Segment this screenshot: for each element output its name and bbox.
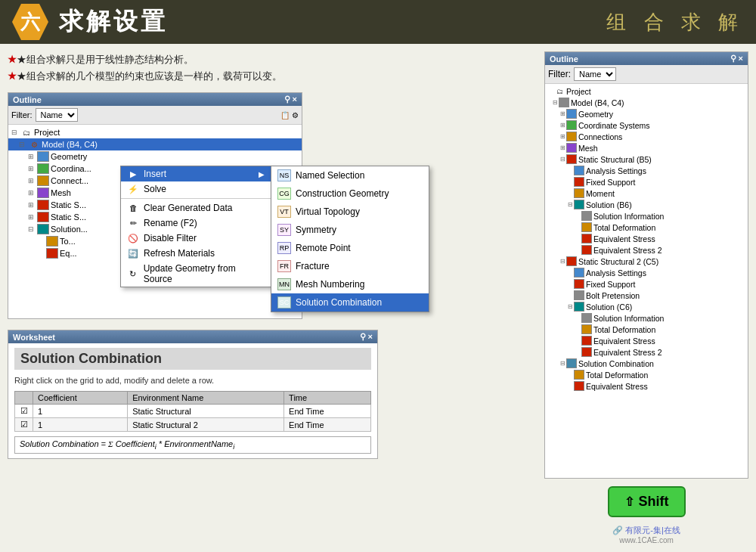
rt-solinfo-b6[interactable]: Solution Information	[545, 210, 748, 222]
submenu: NS Named Selection CG Construction Geome…	[271, 166, 429, 312]
rt-equivstress-b6-icon	[581, 234, 592, 243]
rt-totaldef-c6[interactable]: Total Deformation	[545, 324, 748, 335]
cm-insert[interactable]: ▶ Insert ▶	[121, 166, 271, 181]
symmetry-icon: SY	[277, 224, 291, 236]
right-outline-filter-select[interactable]: Name	[574, 67, 616, 81]
rt-connections[interactable]: ⊞ Connections	[545, 131, 748, 142]
sm-mesh-numbering[interactable]: MN Mesh Numbering	[271, 275, 429, 293]
rt-model[interactable]: ⊟ Model (B4, C4)	[545, 97, 748, 108]
tree-model[interactable]: ⊟ ⚙ Model (B4, C4)	[8, 138, 302, 150]
rt-equivstress-c6[interactable]: Equivalent Stress	[545, 335, 748, 346]
rt-static-b5-icon	[566, 154, 577, 164]
tree-project[interactable]: ⊟ 🗂 Project	[8, 126, 302, 138]
sm-solution-combination[interactable]: SC Solution Combination	[271, 293, 429, 312]
rt-coord-icon	[566, 120, 577, 130]
watermark: 🔗 有限元-集|在线 www.1CAE.com	[544, 525, 748, 544]
rt-equivstress2-c6[interactable]: Equivalent Stress 2	[545, 346, 748, 358]
rt-totaldef-c6-icon	[581, 324, 592, 334]
header-number: 六	[12, 4, 48, 40]
rt-geometry[interactable]: ⊞ Geometry	[545, 108, 748, 119]
named-selection-icon: NS	[277, 169, 291, 181]
solution-icon	[37, 224, 49, 234]
mesh-icon	[37, 188, 49, 198]
rt-solinfo-b6-icon	[581, 211, 592, 221]
sm-construction-geometry[interactable]: CG Construction Geometry	[271, 185, 429, 203]
right-outline-titlebar: Outline ⚲ ×	[545, 52, 748, 65]
row2-check[interactable]: ☑	[15, 418, 33, 432]
rt-sol-c6-icon	[574, 302, 584, 312]
rt-equivstress-combo-icon	[574, 381, 584, 391]
project-icon: 🗂	[20, 127, 33, 138]
row1-check[interactable]: ☑	[15, 405, 33, 418]
rt-moment-b5[interactable]: Moment	[545, 188, 748, 199]
row2-coeff: 1	[33, 418, 128, 432]
rt-equivstress2-b6-icon	[581, 245, 592, 255]
cm-update[interactable]: ↻ Update Geometry from Source	[121, 261, 271, 287]
rt-solinfo-c6-icon	[581, 313, 592, 323]
rt-totaldef-b6[interactable]: Total Deformation	[545, 222, 748, 233]
rt-coord[interactable]: ⊞ Coordinate Systems	[545, 119, 748, 131]
rt-sol-combo[interactable]: ⊟ Solution Combination	[545, 358, 748, 369]
rt-totaldef-combo-icon	[574, 370, 584, 380]
context-menu: ▶ Insert ▶ ⚡ Solve 🗑 Clear Generated Dat…	[120, 166, 271, 287]
col-checkbox	[15, 392, 33, 405]
col-environment: Environment Name	[128, 392, 284, 405]
submenu-arrow-icon: ▶	[259, 170, 265, 178]
rt-static-b5[interactable]: ⊟ Static Structural (B5)	[545, 154, 748, 165]
sm-virtual-topology[interactable]: VT Virtual Topology	[271, 203, 429, 221]
solve-icon: ⚡	[127, 185, 139, 194]
shift-button[interactable]: ⇧ Shift	[608, 486, 686, 517]
worksheet-titlebar: Worksheet ⚲ ×	[8, 330, 377, 343]
rt-static-c5[interactable]: ⊟ Static Structural 2 (C5)	[545, 256, 748, 267]
cm-rename[interactable]: ✏ Rename (F2)	[121, 216, 271, 231]
static2-icon	[37, 212, 49, 222]
left-outline-filter-select[interactable]: Name	[36, 108, 78, 122]
cm-disable[interactable]: 🚫 Disable Filter	[121, 231, 271, 246]
rt-totaldef-combo[interactable]: Total Deformation	[545, 369, 748, 380]
intro-text: ★★组合求解只是用于线性静态结构分析。 ★★组合求解的几个模型的约束也应该是一样…	[8, 51, 537, 85]
rt-solinfo-c6[interactable]: Solution Information	[545, 312, 748, 324]
row1-coeff: 1	[33, 405, 128, 418]
connect-icon	[37, 175, 49, 186]
row2-time: End Time	[284, 418, 371, 432]
rt-solution-c6[interactable]: ⊟ Solution (C6)	[545, 301, 748, 312]
rt-bolt-c5[interactable]: Bolt Pretension	[545, 290, 748, 301]
right-outline-filter: Filter: Name	[545, 65, 748, 84]
rt-mesh[interactable]: ⊞ Mesh	[545, 142, 748, 154]
sm-named-selection[interactable]: NS Named Selection	[271, 166, 429, 185]
sm-remote-point[interactable]: RP Remote Point	[271, 239, 429, 257]
remote-point-icon: RP	[277, 242, 291, 254]
rt-equivstress-combo[interactable]: Equivalent Stress	[545, 380, 748, 392]
rt-sol-b6-icon	[574, 200, 584, 209]
sm-fracture[interactable]: FR Fracture	[271, 257, 429, 275]
rt-fixed-b5[interactable]: Fixed Support	[545, 176, 748, 188]
rt-bolt-icon	[574, 290, 584, 300]
rt-project[interactable]: 🗂 Project	[545, 85, 748, 97]
cm-clear[interactable]: 🗑 Clear Generated Data	[121, 200, 271, 216]
solution-combination-icon: SC	[277, 296, 291, 309]
left-outline-filter: Filter: Name 📋 ⚙	[8, 106, 302, 125]
rt-model-icon	[559, 98, 569, 107]
total-icon	[46, 236, 58, 247]
rt-analysis-b5[interactable]: Analysis Settings	[545, 165, 748, 176]
rt-equivstress-b6[interactable]: Equivalent Stress	[545, 233, 748, 244]
left-outline-titlebar: Outline ⚲ ×	[8, 93, 302, 106]
sm-symmetry[interactable]: SY Symmetry	[271, 221, 429, 239]
rt-conn-icon	[566, 132, 577, 141]
cm-solve[interactable]: ⚡ Solve	[121, 181, 271, 197]
cm-refresh[interactable]: 🔄 Refresh Materials	[121, 246, 271, 261]
table-row: ☑ 1 Static Structural 2 End Time	[15, 418, 371, 432]
left-panel: ★★组合求解只是用于线性静态结构分析。 ★★组合求解的几个模型的约束也应该是一样…	[8, 51, 537, 544]
rt-solution-b6[interactable]: ⊟ Solution (B6)	[545, 199, 748, 210]
geometry-icon	[37, 151, 49, 162]
worksheet-table: Coefficient Environment Name Time ☑ 1 St…	[14, 391, 371, 432]
rt-equivstress2-b6[interactable]: Equivalent Stress 2	[545, 244, 748, 256]
rt-fixed-b5-icon	[574, 177, 584, 187]
rt-analysis-b5-icon	[574, 166, 584, 175]
tree-geometry-left[interactable]: ⊞ Geometry	[8, 150, 302, 163]
rt-moment-icon	[574, 188, 584, 198]
rt-analysis-c5[interactable]: Analysis Settings	[545, 267, 748, 278]
mesh-numbering-icon: MN	[277, 278, 291, 290]
formula-bar: Solution Combination = Σ Coefficienti * …	[14, 436, 371, 454]
rt-fixed-c5[interactable]: Fixed Support	[545, 278, 748, 290]
